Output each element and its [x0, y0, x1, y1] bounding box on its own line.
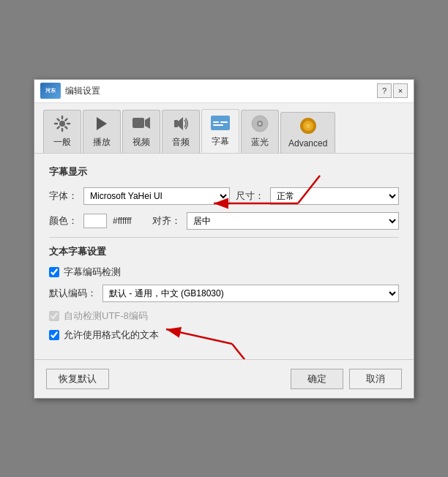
allow-formatted-row: 允许使用格式化的文本 [49, 328, 399, 342]
divider [49, 237, 399, 238]
svg-rect-2 [132, 118, 144, 128]
svg-rect-7 [213, 121, 219, 123]
detect-encoding-row: 字幕编码检测 [49, 266, 399, 279]
subtitle-icon [210, 113, 231, 133]
size-select[interactable]: 正常小大超大 [270, 187, 399, 205]
align-select[interactable]: 居中左右 [187, 212, 399, 230]
tab-playback[interactable]: 播放 [83, 110, 121, 153]
auto-utf8-row: 自动检测UTF-8编码 [49, 309, 399, 323]
cancel-button[interactable]: 取消 [349, 369, 402, 389]
default-encoding-label: 默认编码： [49, 287, 97, 300]
logo: 河东 [40, 83, 61, 99]
color-hex: #ffffff [113, 216, 132, 226]
tab-subtitle-label: 字幕 [212, 135, 229, 148]
title-text: 编辑设置 [65, 85, 100, 97]
svg-rect-9 [220, 121, 228, 123]
encoding-select[interactable]: 默认 - 通用，中文 (GB18030)UTF-8GBKBig5 [102, 285, 399, 302]
content: 字幕显示 字体： Microsoft YaHei UIArialSimHeiSi… [34, 154, 414, 359]
video-icon [131, 113, 152, 134]
audio-icon [171, 113, 191, 134]
svg-point-0 [59, 121, 65, 127]
tab-playback-label: 播放 [93, 136, 111, 149]
svg-rect-8 [213, 124, 223, 126]
svg-rect-4 [174, 120, 178, 127]
default-encoding-row: 默认编码： 默认 - 通用，中文 (GB18030)UTF-8GBKBig5 [49, 285, 399, 302]
auto-utf8-label: 自动检测UTF-8编码 [64, 309, 148, 323]
tab-bluray[interactable]: 蓝光 [241, 110, 279, 153]
text-subtitle-title: 文本字幕设置 [49, 245, 399, 258]
tab-subtitle[interactable]: 字幕 [201, 109, 239, 153]
tab-general[interactable]: 一般 [43, 110, 81, 153]
allow-formatted-checkbox[interactable] [49, 330, 59, 340]
title-bar: 河东 编辑设置 ? × [34, 80, 414, 103]
tab-video[interactable]: 视频 [122, 110, 160, 153]
help-button[interactable]: ? [377, 83, 392, 98]
footer: 恢复默认 确定 取消 [34, 359, 414, 398]
detect-encoding-checkbox[interactable] [49, 267, 59, 277]
title-bar-left: 河东 编辑设置 [40, 83, 100, 99]
title-controls: ? × [377, 83, 408, 98]
footer-right: 确定 取消 [291, 369, 402, 389]
detect-encoding-label: 字幕编码检测 [64, 266, 121, 279]
font-row: 字体： Microsoft YaHei UIArialSimHeiSimSun … [49, 187, 399, 205]
allow-formatted-label: 允许使用格式化的文本 [64, 328, 159, 342]
reset-button[interactable]: 恢复默认 [46, 369, 109, 389]
color-swatch[interactable] [83, 214, 107, 228]
dialog: 河东 编辑设置 ? × 一般 播放 视频 [34, 79, 414, 399]
color-row: 颜色： #ffffff 对齐： 居中左右 [49, 212, 399, 230]
disc-icon [250, 113, 270, 134]
subtitle-display-title: 字幕显示 [49, 165, 399, 179]
confirm-button[interactable]: 确定 [291, 369, 343, 389]
tab-advanced[interactable]: Advanced [280, 112, 335, 153]
close-button[interactable]: × [393, 83, 408, 98]
svg-line-20 [232, 344, 261, 359]
svg-marker-1 [97, 117, 107, 130]
play-icon [92, 113, 112, 134]
font-label: 字体： [49, 189, 78, 203]
size-label: 尺寸： [236, 189, 264, 203]
tab-video-label: 视频 [132, 136, 150, 149]
tab-bluray-label: 蓝光 [251, 136, 269, 149]
advanced-icon [298, 116, 318, 136]
color-label: 颜色： [49, 214, 78, 228]
svg-marker-5 [178, 117, 183, 130]
svg-marker-3 [145, 117, 150, 129]
svg-rect-6 [211, 116, 230, 130]
font-select[interactable]: Microsoft YaHei UIArialSimHeiSimSun [83, 187, 230, 205]
tab-audio[interactable]: 音频 [162, 110, 200, 153]
gear-icon [52, 113, 72, 134]
svg-point-15 [306, 124, 310, 128]
tab-advanced-label: Advanced [288, 138, 327, 149]
auto-utf8-checkbox[interactable] [49, 311, 59, 321]
svg-point-12 [258, 122, 261, 125]
tab-general-label: 一般 [53, 136, 71, 149]
tabs-area: 一般 播放 视频 音频 字幕 [34, 103, 414, 154]
tab-audio-label: 音频 [172, 136, 190, 149]
align-label: 对齐： [152, 214, 181, 228]
